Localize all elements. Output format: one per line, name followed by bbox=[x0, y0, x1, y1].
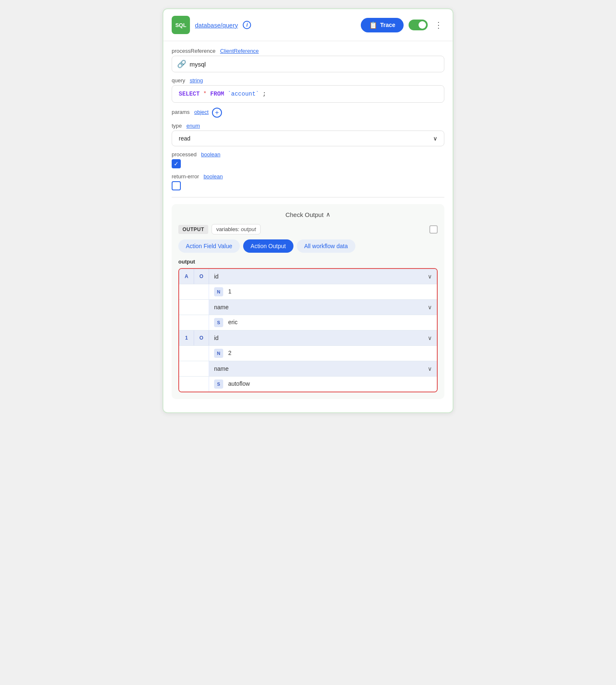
tree-value-n2: N 2 bbox=[209, 346, 437, 361]
tree-type-o2: O bbox=[194, 330, 209, 345]
return-error-type-link[interactable]: boolean bbox=[204, 173, 223, 180]
tree-row: S autoflow bbox=[179, 377, 437, 392]
indent-spacer bbox=[179, 300, 209, 315]
processed-checkbox[interactable]: ✓ bbox=[172, 159, 181, 168]
add-param-button[interactable]: + bbox=[212, 108, 222, 118]
chevron-down-icon: ∨ bbox=[433, 135, 437, 142]
query-input[interactable]: SELECT * FROM `account` ; bbox=[172, 85, 444, 103]
tree-key: id bbox=[214, 273, 219, 280]
tree-row: N 2 bbox=[179, 346, 437, 361]
tree-value-s-autoflow: S autoflow bbox=[209, 377, 437, 392]
tree-row: S eric bbox=[179, 315, 437, 330]
tab-all-workflow-data[interactable]: All workflow data bbox=[297, 239, 355, 253]
query-type-link[interactable]: string bbox=[190, 77, 203, 84]
type-n-badge: N bbox=[214, 287, 223, 296]
chevron-down-icon: ∨ bbox=[428, 365, 432, 372]
divider bbox=[172, 197, 444, 197]
type-select[interactable]: read ∨ bbox=[172, 131, 444, 146]
header-right: 📋 Trace ⋮ bbox=[361, 18, 444, 32]
process-reference-field: processReference ClientReference 🔗 mysql bbox=[172, 48, 444, 72]
trace-icon: 📋 bbox=[369, 21, 377, 29]
variables-label: variables: bbox=[216, 226, 239, 232]
trace-button[interactable]: 📋 Trace bbox=[361, 18, 404, 32]
tab-action-field-value[interactable]: Action Field Value bbox=[178, 239, 240, 253]
output-top: OUTPUT variables: output bbox=[178, 224, 438, 234]
output-label-group: OUTPUT variables: output bbox=[178, 224, 261, 234]
tree-key: name bbox=[214, 365, 229, 372]
chevron-down-icon: ∨ bbox=[428, 335, 432, 341]
params-field: params object + bbox=[172, 108, 444, 118]
type-s-badge: S bbox=[214, 379, 223, 389]
tree-value-s-eric: S eric bbox=[209, 315, 437, 330]
more-options-button[interactable]: ⋮ bbox=[433, 18, 444, 32]
tree-row: N 1 bbox=[179, 284, 437, 299]
check-output-section: Check Output ∧ OUTPUT variables: output … bbox=[172, 204, 444, 399]
indent-spacer bbox=[179, 346, 209, 361]
check-output-header: Check Output ∧ bbox=[178, 211, 438, 218]
tree-value: 2 bbox=[228, 350, 232, 356]
output-tree: A O id ∨ N 1 bbox=[178, 268, 438, 392]
type-field: type enum read ∨ bbox=[172, 123, 444, 146]
chevron-down-icon: ∨ bbox=[428, 273, 432, 280]
params-label: params object bbox=[172, 109, 209, 115]
params-type-link[interactable]: object bbox=[194, 109, 209, 115]
toggle-switch[interactable] bbox=[409, 20, 428, 30]
output-select-checkbox[interactable] bbox=[429, 225, 438, 234]
indent-spacer bbox=[179, 315, 209, 330]
info-icon[interactable]: i bbox=[243, 21, 251, 29]
tree-index-1: 1 bbox=[179, 330, 194, 345]
tab-action-output[interactable]: Action Output bbox=[243, 239, 293, 253]
indent-spacer bbox=[179, 377, 209, 392]
trace-label: Trace bbox=[380, 22, 395, 28]
tree-value-n1: N 1 bbox=[209, 284, 437, 299]
tree-label: output bbox=[178, 259, 438, 265]
tree-index-a: A bbox=[179, 269, 194, 284]
indent-spacer bbox=[179, 361, 209, 376]
tree-key: id bbox=[214, 335, 219, 341]
processed-field: processed boolean ✓ bbox=[172, 151, 444, 168]
variables-value-text: output bbox=[241, 226, 256, 232]
tree-row: 1 O id ∨ bbox=[179, 330, 437, 345]
tree-key: name bbox=[214, 304, 229, 310]
main-card: SQL database/query i 📋 Trace ⋮ processRe… bbox=[163, 8, 453, 413]
header: SQL database/query i 📋 Trace ⋮ bbox=[163, 9, 453, 41]
tree-content-id[interactable]: id ∨ bbox=[209, 269, 437, 284]
check-icon: ✓ bbox=[174, 160, 179, 167]
chevron-down-icon: ∨ bbox=[428, 304, 432, 310]
tree-value: autoflow bbox=[228, 380, 250, 387]
tree-row: name ∨ bbox=[179, 300, 437, 315]
tree-row: name ∨ bbox=[179, 361, 437, 376]
variables-badge: variables: output bbox=[212, 224, 260, 234]
connection-input[interactable]: 🔗 mysql bbox=[172, 56, 444, 72]
check-output-title: Check Output bbox=[286, 211, 324, 218]
chevron-up-icon: ∧ bbox=[326, 211, 330, 218]
type-value: read bbox=[179, 135, 190, 142]
connection-value: mysql bbox=[190, 61, 206, 68]
return-error-checkbox[interactable] bbox=[172, 181, 181, 190]
tree-type-o: O bbox=[194, 269, 209, 284]
tree-content-id2[interactable]: id ∨ bbox=[209, 330, 437, 345]
type-label: type enum bbox=[172, 123, 444, 129]
output-badge: OUTPUT bbox=[178, 225, 208, 234]
indent-spacer bbox=[179, 284, 209, 299]
query-label: query string bbox=[172, 77, 444, 84]
processed-label: processed boolean bbox=[172, 151, 444, 158]
type-s-badge: S bbox=[214, 318, 223, 327]
tree-content-name[interactable]: name ∨ bbox=[209, 300, 437, 315]
breadcrumb-link[interactable]: database/query bbox=[195, 22, 238, 29]
type-type-link[interactable]: enum bbox=[186, 123, 200, 129]
tree-value: eric bbox=[228, 319, 238, 325]
tree-content-name2[interactable]: name ∨ bbox=[209, 361, 437, 376]
processed-type-link[interactable]: boolean bbox=[201, 151, 220, 158]
link-icon: 🔗 bbox=[177, 59, 186, 69]
output-tabs: Action Field Value Action Output All wor… bbox=[178, 239, 438, 253]
return-error-field: return-error boolean bbox=[172, 173, 444, 190]
sql-badge: SQL bbox=[172, 16, 190, 34]
type-n-badge: N bbox=[214, 349, 223, 358]
return-error-label: return-error boolean bbox=[172, 173, 444, 180]
form-body: processReference ClientReference 🔗 mysql… bbox=[163, 41, 453, 412]
client-reference-link[interactable]: ClientReference bbox=[220, 48, 259, 54]
process-reference-label: processReference ClientReference bbox=[172, 48, 444, 54]
query-field: query string SELECT * FROM `account` ; bbox=[172, 77, 444, 103]
tree-row: A O id ∨ bbox=[179, 269, 437, 284]
